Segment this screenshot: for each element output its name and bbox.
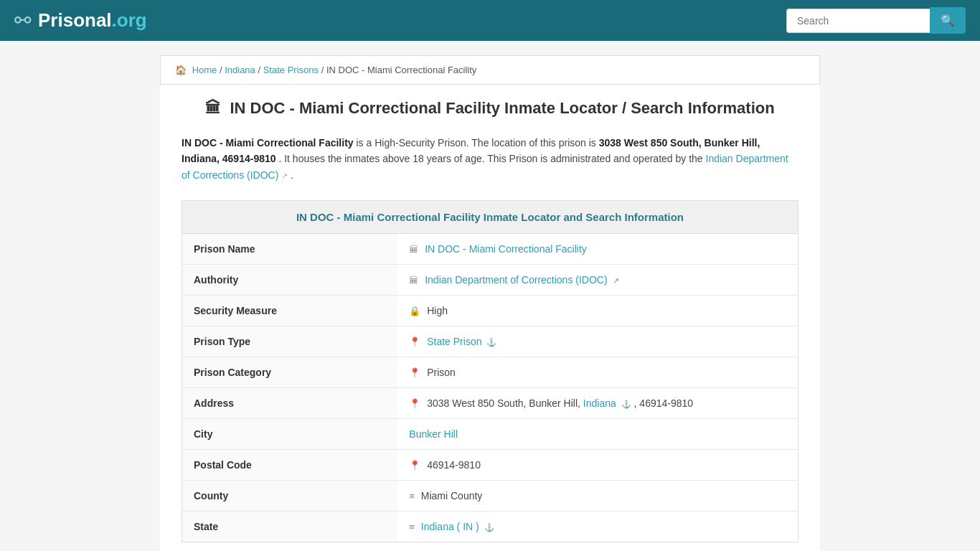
- value-prison-category: 📍 Prison: [397, 357, 798, 388]
- prison-type-anchor-icon: ⚓: [486, 338, 496, 347]
- value-security: 🔒 High: [397, 296, 798, 326]
- breadcrumb: 🏠 Home / Indiana / State Prisons / IN DO…: [160, 55, 820, 85]
- prison-name-icon: 🏛: [409, 244, 418, 255]
- table-row: Security Measure 🔒 High: [182, 296, 798, 326]
- label-state: State: [182, 512, 397, 542]
- authority-icon: 🏛: [409, 275, 418, 286]
- desc-text1: is a High-Security Prison. The location …: [357, 137, 599, 149]
- search-area: 🔍: [786, 7, 966, 34]
- value-state: ≡ Indiana ( IN ) ⚓: [397, 512, 798, 542]
- site-logo[interactable]: Prisonal.org: [38, 9, 147, 32]
- search-icon: 🔍: [941, 14, 955, 27]
- info-section: IN DOC - Miami Correctional Facility Inm…: [182, 200, 798, 542]
- search-input[interactable]: [786, 9, 930, 33]
- info-section-header: IN DOC - Miami Correctional Facility Inm…: [182, 201, 798, 234]
- content-area: 🏛 IN DOC - Miami Correctional Facility I…: [160, 85, 820, 551]
- table-row: State ≡ Indiana ( IN ) ⚓: [182, 512, 798, 542]
- address-icon: 📍: [409, 398, 420, 409]
- label-city: City: [182, 419, 397, 450]
- page-title: 🏛 IN DOC - Miami Correctional Facility I…: [182, 99, 798, 118]
- authority-ext-icon: ↗: [613, 276, 619, 285]
- table-row: County ≡ Miami County: [182, 481, 798, 512]
- postal-value: 46914-9810: [427, 459, 481, 471]
- building-icon: 🏛: [205, 99, 221, 117]
- indiana-link[interactable]: Indiana: [583, 397, 616, 409]
- home-icon: 🏠: [175, 65, 187, 75]
- table-row: Prison Name 🏛 IN DOC - Miami Correctiona…: [182, 234, 798, 265]
- state-link[interactable]: Indiana ( IN ): [421, 521, 479, 532]
- prison-type-icon: 📍: [409, 336, 420, 347]
- indiana-anchor-icon: ⚓: [621, 400, 631, 408]
- label-prison-type: Prison Type: [182, 326, 397, 357]
- table-row: Postal Code 📍 46914-9810: [182, 450, 798, 481]
- breadcrumb-home[interactable]: Home: [192, 65, 217, 75]
- breadcrumb-sep3: /: [321, 65, 326, 75]
- breadcrumb-state-prisons[interactable]: State Prisons: [263, 65, 319, 75]
- logo-prisonal: Prisonal: [38, 9, 112, 31]
- table-row: City Bunker Hill: [182, 419, 798, 450]
- desc-text3: .: [291, 169, 293, 181]
- table-row: Address 📍 3038 West 850 South, Bunker Hi…: [182, 388, 798, 419]
- prison-type-link[interactable]: State Prison: [427, 336, 481, 347]
- search-button[interactable]: 🔍: [930, 7, 966, 34]
- logo-icon: ⚯: [14, 9, 31, 32]
- address-before: 3038 West 850 South, Bunker Hill,: [427, 397, 583, 409]
- label-prison-name: Prison Name: [182, 234, 397, 265]
- authority-table-link[interactable]: Indian Department of Corrections (IDOC): [425, 274, 607, 286]
- value-postal: 📍 46914-9810: [397, 450, 798, 481]
- prison-cat-icon: 📍: [409, 367, 420, 378]
- label-address: Address: [182, 388, 397, 419]
- table-row: Authority 🏛 Indian Department of Correct…: [182, 265, 798, 296]
- value-prison-name: 🏛 IN DOC - Miami Correctional Facility: [397, 234, 798, 265]
- logo-area: ⚯ Prisonal.org: [14, 9, 147, 32]
- value-authority: 🏛 Indian Department of Corrections (IDOC…: [397, 265, 798, 296]
- postal-icon: 📍: [409, 460, 420, 471]
- security-icon: 🔒: [409, 306, 420, 316]
- label-postal: Postal Code: [182, 450, 397, 481]
- table-row: Prison Category 📍 Prison: [182, 357, 798, 388]
- table-row: Prison Type 📍 State Prison ⚓: [182, 326, 798, 357]
- facility-name-bold: IN DOC - Miami Correctional Facility: [182, 137, 354, 149]
- label-prison-category: Prison Category: [182, 357, 397, 388]
- value-county: ≡ Miami County: [397, 481, 798, 512]
- security-value: High: [427, 305, 448, 316]
- address-after: , 46914-9810: [634, 397, 694, 409]
- logo-org: .org: [112, 9, 147, 31]
- state-anchor-icon: ⚓: [484, 523, 494, 532]
- value-address: 📍 3038 West 850 South, Bunker Hill, Indi…: [397, 388, 798, 419]
- prison-name-link[interactable]: IN DOC - Miami Correctional Facility: [425, 243, 587, 255]
- county-value: Miami County: [421, 490, 483, 501]
- main-container: 🏠 Home / Indiana / State Prisons / IN DO…: [160, 55, 820, 551]
- info-table: Prison Name 🏛 IN DOC - Miami Correctiona…: [182, 234, 798, 542]
- value-prison-type: 📍 State Prison ⚓: [397, 326, 798, 357]
- county-icon: ≡: [409, 491, 415, 501]
- prison-category-value: Prison: [427, 367, 456, 378]
- site-header: ⚯ Prisonal.org 🔍: [0, 0, 980, 41]
- page-title-text: IN DOC - Miami Correctional Facility Inm…: [230, 99, 774, 117]
- description: IN DOC - Miami Correctional Facility is …: [182, 135, 798, 183]
- desc-text2: . It houses the inmates above 18 years o…: [278, 153, 705, 164]
- state-icon: ≡: [409, 522, 415, 532]
- breadcrumb-indiana[interactable]: Indiana: [225, 65, 255, 75]
- label-authority: Authority: [182, 265, 397, 296]
- value-city: Bunker Hill: [397, 419, 798, 450]
- breadcrumb-current: IN DOC - Miami Correctional Facility: [326, 65, 476, 75]
- city-link[interactable]: Bunker Hill: [409, 428, 458, 440]
- label-county: County: [182, 481, 397, 512]
- ext-link-icon: ↗: [281, 171, 288, 180]
- breadcrumb-sep2: /: [258, 65, 263, 75]
- label-security: Security Measure: [182, 296, 397, 326]
